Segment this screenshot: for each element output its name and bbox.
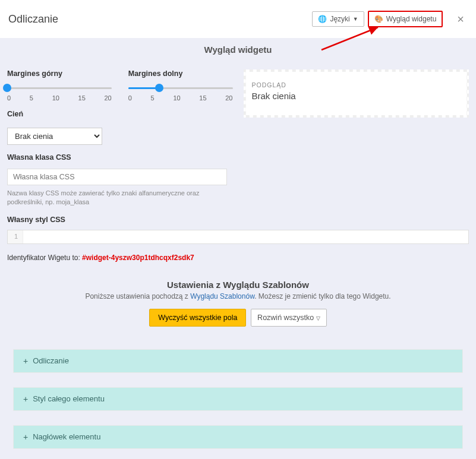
- plus-icon: +: [23, 432, 28, 442]
- tick: 5: [30, 94, 33, 102]
- tick: 20: [105, 94, 112, 102]
- css-class-input[interactable]: [7, 169, 227, 185]
- css-style-label: Własny styl CSS: [7, 216, 469, 224]
- template-sub-prefix: Poniższe ustawienia pochodzą z: [85, 292, 190, 300]
- preview-label: PODGLĄD: [252, 81, 461, 88]
- preview-text: Brak cienia: [252, 91, 461, 101]
- accordion-list: +Odliczanie +Styl całego elementu +Nagłó…: [0, 333, 476, 459]
- tick: 0: [128, 94, 132, 102]
- accordion-label: Nagłówek elementu: [33, 432, 100, 441]
- css-class-hint: Nazwa klasy CSS może zawierać tylko znak…: [7, 189, 233, 207]
- identifier-value: #widget-4yszw30p1tdhcqxf2sdk7: [82, 254, 194, 262]
- dialog-header: Odliczanie 🌐 Języki ▼ 🎨 Wygląd widgetu ×: [0, 0, 476, 38]
- accordion-label: Odliczanie: [33, 356, 69, 365]
- chevron-down-icon: ▽: [316, 315, 320, 321]
- tick: 10: [52, 94, 59, 102]
- margin-bottom-slider[interactable]: 0 5 10 15 20: [128, 84, 233, 102]
- preview-container: PODGLĄD Brak cienia: [244, 69, 469, 118]
- shadow-select[interactable]: Brak cienia: [7, 128, 102, 145]
- page-title: Odliczanie: [8, 13, 58, 26]
- accordion-item-odliczanie[interactable]: +Odliczanie: [14, 350, 462, 372]
- expand-all-label: Rozwiń wszystko: [257, 314, 314, 322]
- plus-icon: +: [23, 356, 28, 366]
- languages-button[interactable]: 🌐 Języki ▼: [312, 11, 364, 27]
- tick: 5: [151, 94, 155, 102]
- template-settings-subtitle: Poniższe ustawienia pochodzą z Wyglądu S…: [7, 292, 469, 300]
- margin-bottom-label: Margines dolny: [128, 69, 233, 78]
- section-title: Wygląd widgetu: [0, 38, 476, 61]
- margin-top-slider[interactable]: 0 5 10 15 20: [7, 84, 112, 102]
- chevron-down-icon: ▼: [353, 16, 358, 22]
- margin-top-label: Margines górny: [7, 69, 112, 78]
- template-settings-title: Ustawienia z Wyglądu Szablonów: [7, 280, 469, 290]
- css-class-label: Własna klasa CSS: [7, 153, 233, 162]
- tick: 0: [7, 94, 11, 102]
- widget-appearance-button[interactable]: 🎨 Wygląd widgetu: [368, 11, 443, 27]
- code-line-number: 1: [8, 230, 23, 243]
- accordion-item-naglowek[interactable]: +Nagłówek elementu: [14, 426, 462, 448]
- widget-appearance-button-label: Wygląd widgetu: [386, 15, 437, 23]
- globe-icon: 🌐: [318, 15, 327, 23]
- header-actions: 🌐 Języki ▼ 🎨 Wygląd widgetu ×: [312, 11, 468, 27]
- css-style-editor[interactable]: 1: [7, 230, 469, 244]
- template-sub-suffix: . Możesz je zmienić tylko dla tego Widge…: [254, 292, 390, 300]
- tick: 15: [199, 94, 206, 102]
- template-appearance-link[interactable]: Wyglądu Szablonów: [190, 292, 254, 300]
- tick: 20: [225, 94, 232, 102]
- shadow-label: Cień: [7, 110, 233, 118]
- tick: 10: [173, 94, 180, 102]
- close-icon[interactable]: ×: [453, 12, 468, 26]
- clear-all-fields-button[interactable]: Wyczyść wszystkie pola: [149, 309, 246, 327]
- identifier-prefix: Identyfikator Wigetu to:: [7, 254, 82, 262]
- expand-all-button[interactable]: Rozwiń wszystko ▽: [251, 309, 327, 327]
- accordion-label: Styl całego elementu: [33, 394, 105, 403]
- accordion-item-styl-calego[interactable]: +Styl całego elementu: [14, 388, 462, 410]
- languages-button-label: Języki: [330, 15, 349, 23]
- plus-icon: +: [23, 394, 28, 404]
- palette-icon: 🎨: [374, 15, 383, 23]
- tick: 15: [78, 94, 86, 102]
- content-scroll[interactable]: Wygląd widgetu Margines górny: [0, 38, 476, 459]
- widget-identifier: Identyfikator Wigetu to: #widget-4yszw30…: [7, 254, 469, 262]
